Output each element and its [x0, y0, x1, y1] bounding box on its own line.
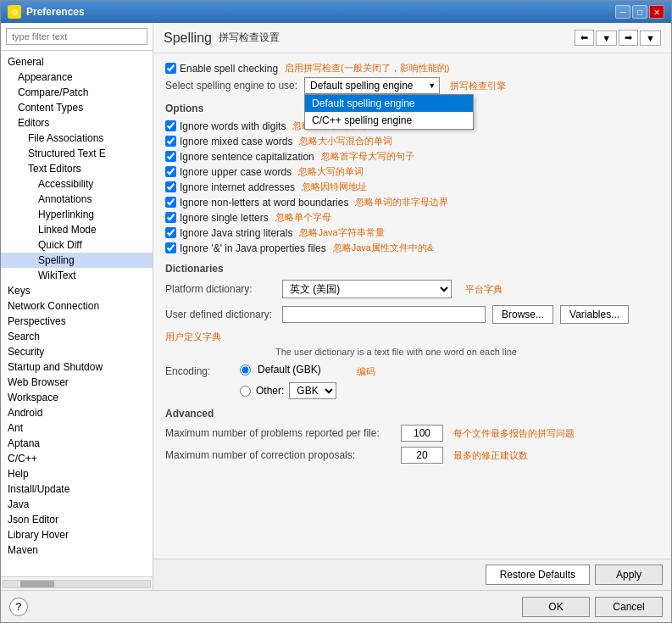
sidebar-item-editors[interactable]: Editors	[1, 115, 153, 131]
encoding-default-radio[interactable]	[240, 364, 251, 375]
engine-dropdown[interactable]: Default spelling engine	[304, 77, 440, 94]
platform-dict-select[interactable]: 英文 (美国)	[282, 280, 452, 298]
cb-java-input[interactable]	[165, 227, 176, 238]
cb-ignore-nonletters: Ignore non-letters at word boundaries 忽略…	[165, 196, 659, 209]
search-box	[1, 23, 153, 51]
sidebar-item-content-types[interactable]: Content Types	[1, 100, 153, 115]
encoding-other-radio[interactable]	[240, 386, 251, 397]
encoding-cn: 编码	[357, 364, 375, 378]
horizontal-scrollbar[interactable]	[1, 576, 153, 590]
cb-internet-input[interactable]	[165, 181, 176, 192]
sidebar-item-structured-text[interactable]: Structured Text E	[1, 146, 153, 161]
cb-single-label: Ignore single letters	[180, 212, 269, 224]
cb-ampersand-cn: 忽略Java属性文件中的&	[333, 242, 434, 254]
encoding-other-select[interactable]: GBK	[289, 382, 336, 399]
maximize-button[interactable]: □	[632, 5, 647, 19]
filter-input[interactable]	[6, 28, 147, 45]
sidebar-item-help[interactable]: Help	[1, 466, 153, 481]
sidebar-item-install-update[interactable]: Install/Update	[1, 481, 153, 497]
title-buttons: ─ □ ✕	[615, 5, 664, 19]
title-bar: ⚙ Preferences ─ □ ✕	[1, 1, 671, 23]
tree: General Appearance Compare/Patch Content…	[1, 51, 153, 576]
cb-ampersand-label: Ignore '&' in Java properties files	[180, 242, 326, 254]
cb-internet-label: Ignore internet addresses	[180, 181, 295, 193]
platform-dict-label: Platform dictionary:	[165, 283, 275, 295]
cb-sentence-input[interactable]	[165, 151, 176, 162]
sidebar-item-spelling[interactable]: Spelling	[1, 253, 153, 268]
user-dict-input[interactable]	[282, 306, 486, 323]
cb-mixed-input[interactable]	[165, 136, 176, 147]
forward-button[interactable]: ➡	[619, 30, 638, 46]
engine-menu: Default spelling engine C/C++ spelling e…	[304, 94, 474, 130]
sidebar-item-search[interactable]: Search	[1, 329, 153, 344]
help-button[interactable]: ?	[9, 598, 28, 616]
sidebar-item-java[interactable]: Java	[1, 497, 153, 512]
apply-button[interactable]: Apply	[595, 565, 663, 585]
encoding-section: Encoding: Default (GBK) Other:	[165, 364, 659, 399]
back-button[interactable]: ⬅	[575, 30, 594, 46]
sidebar-item-json-editor[interactable]: Json Editor	[1, 512, 153, 527]
enable-spell-checkbox[interactable]	[165, 63, 176, 74]
sidebar-item-accessibility[interactable]: Accessibility	[1, 176, 153, 192]
sidebar-item-cplusplus[interactable]: C/C++	[1, 451, 153, 466]
cb-single-input[interactable]	[165, 212, 176, 223]
sidebar-item-keys[interactable]: Keys	[1, 283, 153, 298]
cb-upper-input[interactable]	[165, 166, 176, 177]
sidebar-item-appearance[interactable]: Appearance	[1, 70, 153, 85]
engine-option-default[interactable]: Default spelling engine	[305, 95, 473, 112]
sidebar-item-quick-diff[interactable]: Quick Diff	[1, 237, 153, 253]
cb-digits-input[interactable]	[165, 120, 176, 131]
sidebar-item-wikitext[interactable]: WikiText	[1, 268, 153, 283]
sidebar-item-workspace[interactable]: Workspace	[1, 390, 153, 405]
engine-option-cpp[interactable]: C/C++ spelling engine	[305, 112, 473, 129]
sidebar-item-general[interactable]: General	[1, 54, 153, 70]
window-title: Preferences	[26, 6, 85, 18]
minimize-button[interactable]: ─	[615, 5, 630, 19]
engine-row: Select spelling engine to use: Default s…	[165, 77, 659, 94]
header-title-row: Spelling 拼写检查设置	[164, 31, 280, 46]
close-button[interactable]: ✕	[649, 5, 664, 19]
scroll-track	[3, 580, 151, 588]
sidebar-item-startup[interactable]: Startup and Shutdow	[1, 359, 153, 375]
sidebar-item-maven[interactable]: Maven	[1, 542, 153, 558]
encoding-default-label: Default (GBK)	[258, 364, 321, 375]
nav-arrows: ⬅ ▼ ➡ ▼	[575, 30, 661, 46]
cb-ampersand-input[interactable]	[165, 242, 176, 253]
content-header: Spelling 拼写检查设置 ⬅ ▼ ➡ ▼	[153, 23, 671, 53]
sidebar-item-library-hover[interactable]: Library Hover	[1, 527, 153, 542]
cb-nonletters-cn: 忽略单词的非字母边界	[355, 196, 448, 209]
browse-button[interactable]: Browse...	[492, 305, 553, 324]
max-corrections-input[interactable]: 20	[401, 447, 443, 464]
restore-defaults-button[interactable]: Restore Defaults	[486, 565, 590, 585]
cb-nonletters-label: Ignore non-letters at word boundaries	[180, 197, 348, 209]
cancel-button[interactable]: Cancel	[595, 597, 663, 617]
sidebar-item-hyperlinking[interactable]: Hyperlinking	[1, 207, 153, 222]
engine-cn: 拼写检查引擎	[450, 80, 506, 92]
sidebar-item-compare-patch[interactable]: Compare/Patch	[1, 85, 153, 100]
enable-spell-cn: 启用拼写检查(一般关闭了，影响性能的)	[285, 62, 449, 75]
sidebar-item-ant[interactable]: Ant	[1, 420, 153, 436]
sidebar-item-security[interactable]: Security	[1, 344, 153, 359]
sidebar-item-annotations[interactable]: Annotations	[1, 192, 153, 207]
cb-ignore-internet: Ignore internet addresses 忽略因特网地址	[165, 181, 659, 193]
user-dict-row: User defined dictionary: Browse... Varia…	[165, 305, 659, 324]
user-dict-cn-row: 用户定义字典	[165, 331, 659, 343]
sidebar-item-perspectives[interactable]: Perspectives	[1, 314, 153, 329]
max-problems-input[interactable]: 100	[401, 425, 443, 442]
nav-dropdown2-button[interactable]: ▼	[640, 31, 661, 46]
sidebar: General Appearance Compare/Patch Content…	[1, 23, 153, 590]
cb-java-label: Ignore Java string literals	[180, 227, 292, 239]
sidebar-item-web-browser[interactable]: Web Browser	[1, 375, 153, 390]
sidebar-item-network[interactable]: Network Connection	[1, 298, 153, 314]
encoding-label-row: Encoding: Default (GBK) Other:	[165, 364, 659, 399]
sidebar-item-aptana[interactable]: Aptana	[1, 436, 153, 451]
nav-dropdown-button[interactable]: ▼	[596, 31, 617, 46]
sidebar-item-linked-mode[interactable]: Linked Mode	[1, 222, 153, 237]
cb-nonletters-input[interactable]	[165, 197, 176, 208]
sidebar-item-file-associations[interactable]: File Associations	[1, 131, 153, 146]
sidebar-item-text-editors[interactable]: Text Editors	[1, 161, 153, 176]
sidebar-item-android[interactable]: Android	[1, 405, 153, 420]
ok-button[interactable]: OK	[522, 597, 590, 617]
page-title: Spelling	[164, 31, 212, 46]
variables-button[interactable]: Variables...	[560, 305, 629, 324]
